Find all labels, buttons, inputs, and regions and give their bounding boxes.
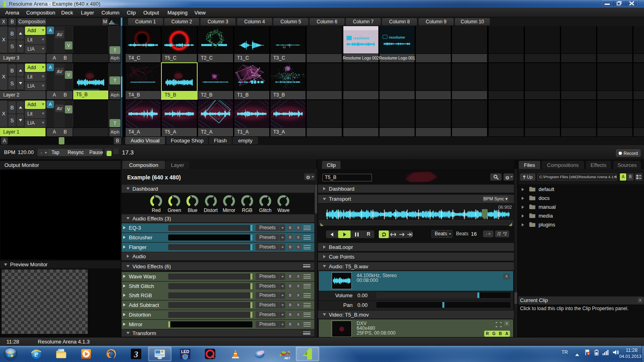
svg-text:.NET: .NET [284, 357, 291, 360]
svg-text:LED: LED [181, 350, 189, 354]
svg-text:resolume: resolume [389, 35, 405, 39]
svg-text:resolume: resolume [353, 36, 369, 40]
svg-text:3: 3 [134, 350, 138, 359]
